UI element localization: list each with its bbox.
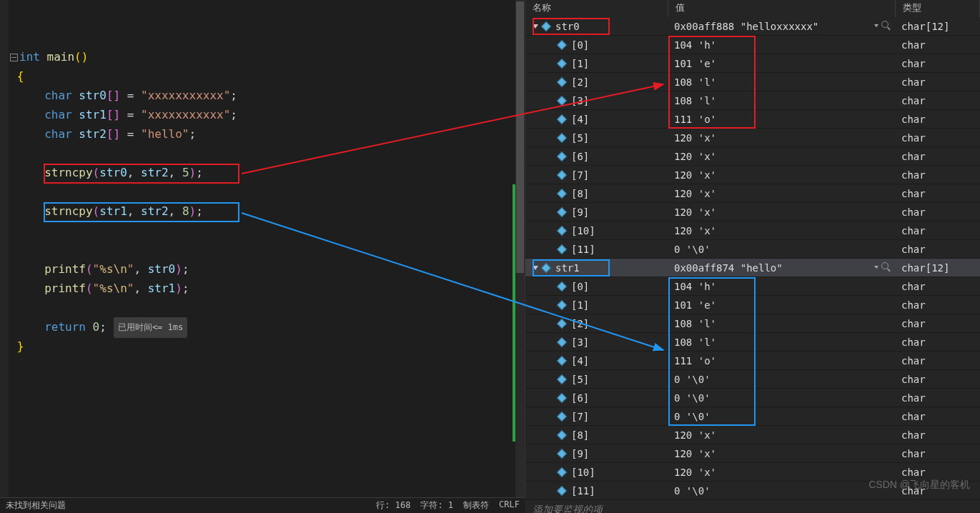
watch-child-value: 108 'l' [668,333,896,351]
watch-child-index: [2] [571,73,589,91]
code-editor-pane[interactable]: int main() { char str0[] = "xxxxxxxxxxx"… [0,0,525,513]
watch-var-value: 0x00aff888 "helloxxxxxx" [674,17,818,36]
watch-child-value: 0 '\0' [668,407,896,425]
watch-row-child[interactable]: [0]104 'h'char [525,277,980,296]
watch-row-child[interactable]: [6]120 'x'char [525,147,980,166]
watch-row-child[interactable]: [3]108 'l'char [525,333,980,352]
watch-row-child[interactable]: [11]0 '\0'char [525,240,980,259]
watch-child-value: 0 '\0' [668,482,896,499]
watch-child-type: char [896,314,980,332]
variable-icon [557,225,567,235]
expander-icon[interactable] [533,266,538,270]
watch-row-child[interactable]: [7]0 '\0'char [525,407,980,426]
variable-icon [557,337,567,347]
variable-icon [541,21,551,31]
watch-row-child[interactable]: [4]111 'o'char [525,110,980,129]
watch-row-child[interactable]: [7]120 'x'char [525,166,980,184]
variable-icon [557,467,567,477]
editor-scrollbar[interactable] [515,0,525,497]
watch-child-index: [2] [571,314,589,333]
code-line [10,9,525,28]
dropdown-icon[interactable] [874,24,878,27]
watch-row-child[interactable]: [0]104 'h'char [525,36,980,54]
watch-row-child[interactable]: [6]0 '\0'char [525,389,980,407]
watch-header-type[interactable]: 类型 [896,0,980,17]
variable-icon [557,392,567,402]
watch-row-child[interactable]: [8]120 'x'char [525,426,980,444]
watch-child-value: 120 'x' [668,426,896,444]
variable-icon [557,58,567,68]
watch-var-type: char[12] [896,17,980,35]
exec-time-badge: 已用时间<= 1ms [114,317,187,338]
variable-icon [557,151,567,161]
watch-row-child[interactable]: [1]101 'e'char [525,54,980,73]
variable-icon [557,132,567,142]
watch-row-child[interactable]: [2]108 'l'char [525,314,980,333]
watch-child-type: char [896,333,980,351]
watch-child-value: 0 '\0' [668,240,896,258]
variable-icon [557,281,567,291]
watch-row-child[interactable]: [8]120 'x'char [525,184,980,203]
watch-child-type: char [896,352,980,369]
variable-icon [557,244,567,254]
watch-child-type: char [896,407,980,425]
watch-row-child[interactable]: [9]120 'x'char [525,444,980,463]
dropdown-icon[interactable] [874,266,878,269]
watch-child-type: char [896,370,980,388]
watch-var-value: 0x00aff874 "hello" [674,259,783,277]
variable-icon [557,411,567,421]
watch-child-type: char [896,203,980,221]
watch-row-child[interactable]: [5]0 '\0'char [525,370,980,389]
watch-row-parent[interactable]: str10x00aff874 "hello"char[12] [525,259,980,277]
variable-icon [557,188,567,198]
watch-row-child[interactable]: [10]120 'x'char [525,221,980,240]
watch-child-index: [10] [571,463,595,482]
watch-header-value[interactable]: 值 [668,0,896,17]
watch-row-child[interactable]: [3]108 'l'char [525,91,980,110]
watch-child-type: char [896,110,980,128]
watch-child-index: [5] [571,370,589,389]
watch-child-index: [6] [571,147,589,166]
search-icon[interactable] [881,21,891,31]
variable-icon [557,39,567,49]
watch-child-type: char [896,184,980,202]
status-col[interactable]: 字符: 1 [420,499,453,512]
watch-child-value: 120 'x' [668,129,896,146]
status-eol[interactable]: CRLF [499,499,520,512]
watch-child-type: char [896,73,980,91]
watch-child-value: 111 'o' [668,110,896,128]
watch-row-child[interactable]: [9]120 'x'char [525,203,980,221]
watch-child-type: char [896,389,980,407]
variable-icon [557,114,567,124]
watch-child-index: [5] [571,129,589,147]
status-tabs[interactable]: 制表符 [463,499,489,512]
watch-row-parent[interactable]: str00x00aff888 "helloxxxxxx"char[12] [525,17,980,36]
watch-child-value: 120 'x' [668,463,896,481]
watch-child-index: [7] [571,166,589,184]
watch-row-child[interactable]: [2]108 'l'char [525,73,980,91]
watch-add-item[interactable]: 添加要监视的项 [525,500,980,513]
status-line[interactable]: 行: 168 [376,499,410,512]
watch-child-index: [3] [571,333,589,352]
watch-panel[interactable]: 名称 值 类型 str00x00aff888 "helloxxxxxx"char… [525,0,980,513]
watch-child-value: 111 'o' [668,352,896,369]
search-icon[interactable] [881,262,891,272]
status-problems[interactable]: 未找到相关问题 [6,499,66,512]
watch-child-value: 108 'l' [668,91,896,109]
watch-child-value: 120 'x' [668,184,896,202]
watch-child-type: char [896,221,980,239]
watch-header-name[interactable]: 名称 [525,0,668,17]
watch-child-value: 108 'l' [668,73,896,91]
watch-child-type: char [896,166,980,184]
watch-row-child[interactable]: [5]120 'x'char [525,129,980,147]
watch-var-type: char[12] [896,259,980,277]
watch-child-index: [0] [571,36,589,54]
watch-child-value: 120 'x' [668,147,896,165]
watch-row-child[interactable]: [1]101 'e'char [525,296,980,314]
expander-icon[interactable] [533,24,538,29]
watch-child-value: 104 'h' [668,36,896,54]
watch-child-index: [9] [571,444,589,463]
watch-child-type: char [896,129,980,146]
watch-child-value: 101 'e' [668,296,896,314]
watch-row-child[interactable]: [4]111 'o'char [525,352,980,370]
